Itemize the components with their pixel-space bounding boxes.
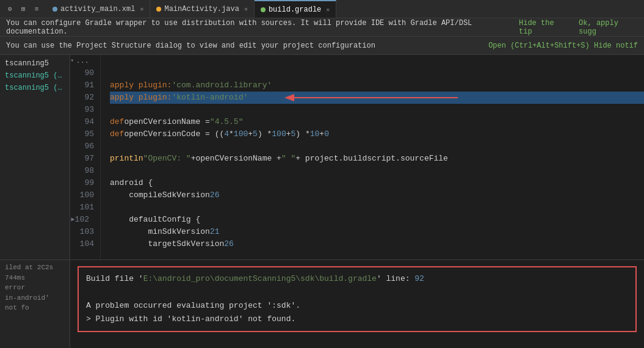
code-line-91: apply plugin: 'com.android.library' [110,79,644,92]
menu-icon[interactable]: ≡ [32,4,42,14]
tab-activity-main[interactable]: activity_main.xml ✕ [46,0,150,18]
banner-project-structure: You can use the Project Structure dialog… [0,37,644,55]
banner-gradle-actions: Hide the tip Ok, apply sugg [519,19,638,36]
line-number-102: ▶ 102 [70,214,94,226]
banner-project-structure-text: You can use the Project Structure dialog… [6,42,375,50]
tab-main-activity[interactable]: MainActivity.java ✕ [150,0,254,18]
apply-suggestion-button[interactable]: Ok, apply sugg [579,19,638,36]
code-line-101 [110,201,644,214]
bottom-status-text2: error [5,283,65,293]
code-line-103: minSdkVersion 21 [110,226,644,238]
open-project-structure-button[interactable]: Open (Ctrl+Alt+Shift+S) [488,42,590,50]
tab-build-gradle-label: build.gradle [269,5,321,14]
layout-icon[interactable]: ⊞ [18,4,28,14]
code-line-96 [110,140,644,153]
hide-tip-button[interactable]: Hide the tip [519,19,570,36]
fold-icon[interactable]: ▾ [70,55,74,67]
sidebar-item-tscanning5[interactable]: tscanning5 [0,57,70,70]
code-line-98 [110,165,644,177]
tab-activity-main-close[interactable]: ✕ [140,5,143,13]
code-area: ▾ ... 90 91 92 93 94 95 96 97 98 99 100 … [70,55,644,259]
tab-build-gradle[interactable]: build.gradle ✕ [255,0,336,18]
code-line-93 [110,104,644,116]
tab-dot-xml [52,7,57,12]
code-line-100: compileSdkVersion 26 [110,189,644,201]
error-box: Build file 'E:\android_pro\documentScann… [78,266,637,332]
banner-gradle-tip-text: You can configure Gradle wrapper to use … [6,19,519,36]
code-line-94: def openCVersionName = "4.5.5" [110,116,644,128]
project-sidebar: tscanning5 tscanning5 (androidTe tscanni… [0,55,70,259]
error-line1: Build file 'E:\android_pro\documentScann… [86,272,628,286]
code-line-102: defaultConfig { [110,214,644,226]
code-line-104: targetSdkVersion 26 [110,238,644,250]
bottom-left-panel: iled at 2C2s 744ms error in-android' not… [0,260,70,348]
bottom-status-text3: in-android' not fo [5,293,65,313]
banner-project-structure-actions: Open (Ctrl+Alt+Shift+S) Hide notif [488,42,638,50]
tab-left-icons: ⚙ ⊞ ≡ [0,0,46,18]
bottom-status-text1: iled at 2C2s 744ms [5,263,65,283]
code-line-92: apply plugin: 'kotlin-android' [110,92,644,104]
tab-main-activity-close[interactable]: ✕ [244,5,248,13]
banner-gradle-tip: You can configure Gradle wrapper to use … [0,18,644,37]
code-line-fold [110,55,644,67]
code-editor[interactable]: ▾ ... 90 91 92 93 94 95 96 97 98 99 100 … [70,55,644,259]
tab-bar: ⚙ ⊞ ≡ activity_main.xml ✕ MainActivity.j… [0,0,644,18]
main-area: tscanning5 tscanning5 (androidTe tscanni… [0,55,644,259]
error-line3: A problem occurred evaluating project ':… [86,299,628,313]
tab-dot-java [156,7,161,12]
tab-activity-main-label: activity_main.xml [60,5,135,13]
build-output-panel: Build file 'E:\android_pro\documentScann… [70,260,644,348]
code-line-95: def openCVersionCode = ((4 * 100 + 5) * … [110,128,644,140]
sidebar-item-tscanning5-android[interactable]: tscanning5 (androidTe [0,70,70,82]
tab-main-activity-label: MainActivity.java [164,5,239,13]
code-line-99: android { [110,177,644,189]
hide-notification-button[interactable]: Hide notif [594,42,638,50]
code-line-90 [110,67,644,79]
error-line4: > Plugin with id 'kotlin-android' not fo… [86,313,628,326]
tab-build-gradle-close[interactable]: ✕ [326,6,330,13]
code-lines: apply plugin: 'com.android.library' appl… [101,55,644,259]
settings-icon[interactable]: ⚙ [5,4,15,14]
arrow-annotation [281,93,464,103]
tab-dot-gradle [261,7,266,12]
code-line-97: println "OpenCV: " +openCVersionName + "… [110,153,644,165]
sidebar-item-tscanning5-test[interactable]: tscanning5 (test) [0,82,70,94]
line-numbers: ▾ ... 90 91 92 93 94 95 96 97 98 99 100 … [70,55,101,259]
bottom-panel: iled at 2C2s 744ms error in-android' not… [0,259,644,348]
